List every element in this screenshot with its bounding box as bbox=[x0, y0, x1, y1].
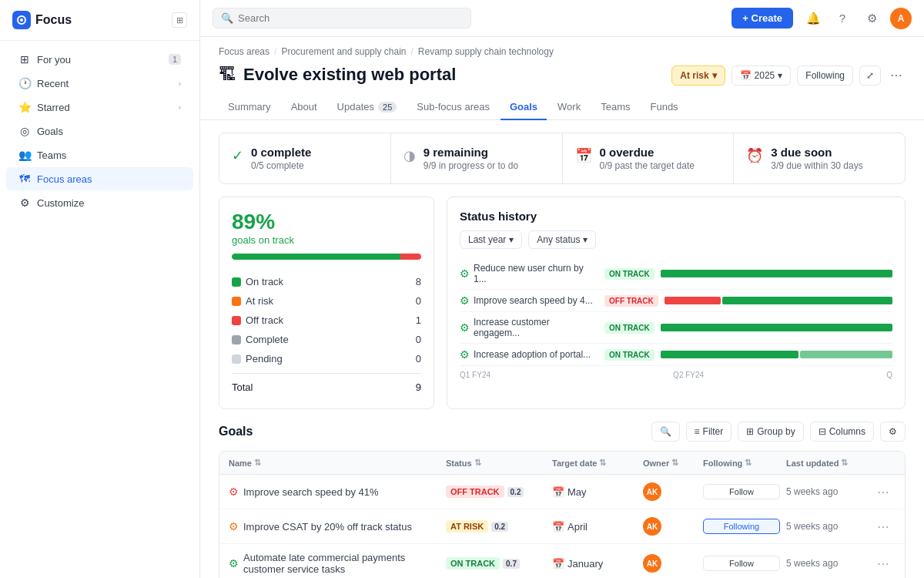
create-button[interactable]: + Create bbox=[732, 8, 793, 29]
sidebar-item-for-you[interactable]: ⊞ For you 1 bbox=[6, 48, 193, 71]
goal-icon: ⚙ bbox=[460, 267, 470, 280]
tab-updates[interactable]: Updates 25 bbox=[328, 95, 407, 120]
row-more-button[interactable]: ⋯ bbox=[877, 485, 896, 499]
sidebar-item-starred[interactable]: ⭐ Starred › bbox=[6, 96, 193, 119]
sidebar-item-teams[interactable]: 👥 Teams bbox=[6, 143, 193, 166]
sidebar-item-goals[interactable]: ◎ Goals bbox=[6, 119, 193, 143]
customize-icon: ⚙ bbox=[18, 197, 31, 209]
filter-time-button[interactable]: Last year ▾ bbox=[460, 230, 522, 249]
sidebar-item-label: Customize bbox=[37, 197, 181, 209]
filter-button[interactable]: ≡ Filter bbox=[686, 422, 732, 442]
user-avatar[interactable]: A bbox=[890, 8, 912, 29]
timeline-bars bbox=[661, 351, 892, 358]
tab-goals[interactable]: Goals bbox=[500, 95, 547, 120]
sidebar-item-customize[interactable]: ⚙ Customize bbox=[6, 191, 193, 214]
tab-sub-focus-label: Sub-focus areas bbox=[417, 101, 490, 113]
tab-updates-label: Updates bbox=[337, 101, 374, 113]
search-goals-button[interactable]: 🔍 bbox=[651, 422, 680, 442]
off-track-label: Off track bbox=[246, 314, 283, 326]
tab-funds[interactable]: Funds bbox=[641, 95, 687, 120]
svg-point-1 bbox=[20, 18, 23, 22]
legend-pending: Pending 0 bbox=[232, 349, 421, 368]
more-button[interactable]: ⋯ bbox=[887, 65, 906, 86]
follow-button[interactable]: Follow bbox=[703, 484, 780, 499]
settings-icon[interactable]: ⚙ bbox=[861, 8, 882, 29]
goal-name: Improve search speed by 41% bbox=[243, 486, 379, 498]
goals-header: Goals 🔍 ≡ Filter ⊞ Group by ⊟ Columns bbox=[219, 422, 906, 442]
breadcrumb-focus-areas[interactable]: Focus areas bbox=[219, 46, 270, 57]
tab-work[interactable]: Work bbox=[548, 95, 590, 120]
app-name: Focus bbox=[35, 13, 72, 27]
tab-teams[interactable]: Teams bbox=[591, 95, 639, 120]
legend-off-track: Off track 1 bbox=[232, 311, 421, 330]
stat-remaining: ◑ 9 remaining 9/9 in progress or to do bbox=[391, 133, 562, 183]
timeline-bar-green bbox=[722, 297, 892, 304]
complete-label: Complete bbox=[246, 334, 289, 345]
stat-due-soon: ⏰ 3 due soon 3/9 due within 30 days bbox=[734, 133, 905, 183]
history-status-badge: ON TRACK bbox=[604, 268, 654, 280]
content-area: Focus areas / Procurement and supply cha… bbox=[200, 37, 924, 578]
goals-title: Goals bbox=[219, 425, 253, 439]
total-row: Total 9 bbox=[232, 378, 421, 396]
search-box[interactable]: 🔍 bbox=[213, 8, 471, 29]
app-logo[interactable]: Focus bbox=[12, 11, 72, 29]
goal-status: ON TRACK 0.7 bbox=[446, 557, 546, 570]
sidebar-item-recent[interactable]: 🕐 Recent › bbox=[6, 72, 193, 95]
remaining-icon: ◑ bbox=[403, 147, 416, 164]
sidebar-toggle[interactable]: ⊞ bbox=[172, 12, 187, 28]
legend-complete: Complete 0 bbox=[232, 330, 421, 349]
table-header: Name ⇅ Status ⇅ Target date ⇅ Owner ⇅ bbox=[219, 452, 905, 475]
row-more-button[interactable]: ⋯ bbox=[877, 519, 896, 534]
history-status-badge: OFF TRACK bbox=[604, 295, 658, 307]
breadcrumb-revamp[interactable]: Revamp supply chain technology bbox=[418, 46, 554, 57]
progress-label: goals on track bbox=[232, 234, 421, 246]
group-by-button[interactable]: ⊞ Group by bbox=[738, 422, 803, 442]
due-soon-icon: ⏰ bbox=[746, 147, 763, 164]
row-more-button[interactable]: ⋯ bbox=[877, 556, 896, 571]
sidebar-item-label: Recent bbox=[37, 78, 172, 89]
sidebar-item-focus-areas[interactable]: 🗺 Focus areas bbox=[6, 167, 193, 190]
tab-goals-label: Goals bbox=[510, 101, 537, 113]
progress-bar-green bbox=[232, 254, 400, 260]
recent-icon: 🕐 bbox=[18, 77, 31, 89]
breadcrumb-procurement[interactable]: Procurement and supply chain bbox=[281, 46, 406, 57]
tab-summary[interactable]: Summary bbox=[219, 95, 280, 120]
help-icon[interactable]: ? bbox=[832, 8, 853, 29]
year-button[interactable]: 📅 2025 ▾ bbox=[732, 66, 792, 86]
following-button[interactable]: Following bbox=[797, 66, 853, 86]
page-title: Evolve existing web portal bbox=[243, 65, 456, 85]
timeline-bar-green-2 bbox=[800, 351, 892, 358]
group-by-label: Group by bbox=[757, 426, 795, 437]
on-track-label: On track bbox=[246, 276, 283, 287]
complete-count: 0 bbox=[416, 334, 421, 345]
history-row: ⚙ Increase adoption of portal... ON TRAC… bbox=[460, 344, 892, 366]
last-updated: 5 weeks ago bbox=[786, 486, 871, 497]
off-track-count: 1 bbox=[416, 314, 421, 326]
status-chevron-icon: ▾ bbox=[712, 70, 717, 81]
goal-icon: ⚙ bbox=[229, 520, 239, 533]
sidebar-item-label: For you bbox=[37, 54, 162, 66]
history-title: Status history bbox=[460, 210, 892, 223]
timeline-bars bbox=[661, 270, 892, 277]
expand-button[interactable]: ⤢ bbox=[859, 66, 881, 86]
calendar-icon: 📅 bbox=[552, 521, 564, 533]
stat-overdue-sub: 0/9 past the target date bbox=[600, 160, 695, 171]
tab-sub-focus[interactable]: Sub-focus areas bbox=[407, 95, 499, 120]
at-risk-label: At risk bbox=[246, 295, 273, 307]
off-track-dot bbox=[232, 316, 241, 325]
status-button[interactable]: At risk ▾ bbox=[671, 66, 725, 86]
tab-about[interactable]: About bbox=[282, 95, 326, 120]
main-area: 🔍 + Create 🔔 ? ⚙ A Focus areas / Procure… bbox=[200, 0, 924, 578]
notifications-icon[interactable]: 🔔 bbox=[802, 8, 824, 29]
following-button[interactable]: Following bbox=[703, 519, 780, 534]
timeline-bars bbox=[661, 324, 892, 331]
stat-overdue-title: 0 overdue bbox=[600, 146, 695, 159]
filter-status-button[interactable]: Any status ▾ bbox=[528, 230, 596, 249]
overdue-icon: 📅 bbox=[575, 147, 592, 164]
columns-button[interactable]: ⊟ Columns bbox=[810, 422, 874, 442]
follow-button[interactable]: Follow bbox=[703, 556, 780, 571]
sidebar-header: Focus ⊞ bbox=[0, 0, 199, 41]
settings-button[interactable]: ⚙ bbox=[880, 422, 906, 442]
two-col-section: 89% goals on track On track 8 At risk 0 … bbox=[219, 197, 906, 409]
search-input[interactable] bbox=[238, 12, 463, 24]
